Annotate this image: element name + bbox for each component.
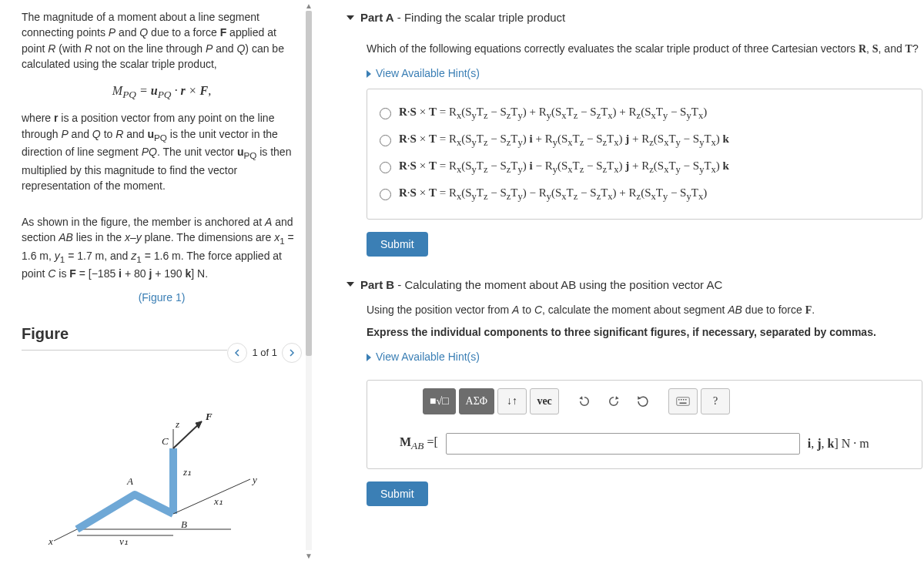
problem-paragraph-2: where r is a position vector from any po… (22, 110, 302, 193)
keyboard-icon (676, 394, 690, 408)
part-a-collapse-toggle[interactable] (346, 15, 354, 20)
toolbar-redo-button[interactable] (601, 388, 627, 414)
reset-icon (636, 394, 650, 408)
part-a-hints-toggle[interactable]: View Available Hint(s) (367, 62, 480, 89)
option-4-label: R·S × T = Rx(SyTz − SzTy) − Ry(SxTz − Sz… (399, 186, 707, 203)
answer-input[interactable] (446, 433, 800, 455)
toolbar-template-button[interactable]: ■√□ (423, 388, 456, 414)
undo-icon (578, 394, 591, 408)
svg-rect-24 (683, 399, 685, 401)
svg-text:z: z (175, 418, 179, 430)
option-4[interactable]: R·S × T = Rx(SyTz − SzTy) − Ry(SxTz − Sz… (380, 181, 909, 208)
scroll-up-icon[interactable]: ▲ (303, 0, 314, 11)
figure-next-button[interactable] (282, 343, 302, 363)
option-1-label: R·S × T = Rx(SyTz − SzTy) + Ry(SxTz − Sz… (399, 106, 707, 122)
toolbar-vec-button[interactable]: vec (530, 388, 559, 414)
part-a-title: Part A - Finding the scalar triple produ… (360, 11, 565, 24)
option-1-radio[interactable] (380, 108, 391, 119)
toolbar-undo-button[interactable] (571, 388, 598, 414)
figure-prev-button[interactable] (227, 343, 247, 363)
part-a-options: R·S × T = Rx(SyTz − SzTy) + Ry(SxTz − Sz… (367, 89, 922, 220)
toolbar-subsup-button[interactable]: ↓↑ (497, 388, 527, 414)
figure-link[interactable]: (Figure 1) (139, 291, 186, 304)
figure-image: A B C F x y z x₁ y₁ z₁ (22, 369, 302, 567)
svg-line-6 (173, 479, 250, 514)
part-b-instruction: Express the individual components to thr… (367, 323, 924, 346)
chevron-right-icon (288, 349, 296, 357)
svg-rect-25 (685, 399, 687, 401)
svg-text:x₁: x₁ (213, 495, 223, 507)
problem-paragraph-1: The magnitude of a moment about a line s… (22, 9, 302, 72)
answer-prefix: MAB =[ (400, 435, 438, 452)
svg-text:C: C (162, 435, 169, 447)
part-a-submit-button[interactable]: Submit (367, 232, 428, 257)
hint-caret-icon (367, 70, 371, 78)
option-2-label: R·S × T = Rx(SyTz − SzTy) i + Ry(SxTz − … (399, 133, 729, 149)
option-3[interactable]: R·S × T = Rx(SyTz − SzTy) i − Ry(SxTz − … (380, 154, 909, 181)
redo-icon (607, 394, 621, 408)
svg-text:y₁: y₁ (118, 535, 128, 545)
svg-text:B: B (181, 518, 187, 530)
option-4-radio[interactable] (380, 189, 391, 200)
part-b-title: Part B - Calculating the moment about AB… (360, 278, 722, 291)
left-scrollbar[interactable]: ▲ ▼ (303, 0, 314, 561)
svg-marker-19 (615, 396, 619, 400)
scroll-down-icon[interactable]: ▼ (303, 550, 314, 561)
figure-heading: Figure (22, 325, 302, 343)
toolbar-keyboard-button[interactable] (668, 388, 698, 414)
part-b-hints-toggle[interactable]: View Available Hint(s) (367, 346, 480, 372)
svg-line-1 (54, 529, 77, 541)
option-2[interactable]: R·S × T = Rx(SyTz − SzTy) i + Ry(SxTz − … (380, 127, 909, 154)
figure-page-indicator: 1 of 1 (252, 347, 277, 358)
svg-text:A: A (126, 475, 133, 487)
svg-marker-18 (579, 396, 583, 400)
part-b-answer-box: ■√□ ΑΣΦ ↓↑ vec ? (367, 380, 922, 469)
part-a-question: Which of the following equations correct… (367, 32, 924, 62)
svg-rect-26 (680, 403, 687, 404)
toolbar-greek-button[interactable]: ΑΣΦ (459, 388, 495, 414)
toolbar-reset-button[interactable] (630, 388, 656, 414)
part-b-collapse-toggle[interactable] (346, 282, 354, 287)
formula-mpq: MPQ = uPQ · r × F, (22, 84, 302, 101)
svg-rect-21 (677, 398, 690, 406)
answer-suffix: i, j, k] N · m (808, 437, 869, 451)
option-1[interactable]: R·S × T = Rx(SyTz − SzTy) + Ry(SxTz − Sz… (380, 100, 909, 127)
problem-paragraph-3: As shown in the figure, the member is an… (22, 214, 302, 282)
svg-text:y: y (251, 474, 257, 485)
option-3-radio[interactable] (380, 162, 391, 173)
svg-rect-22 (678, 399, 680, 401)
svg-text:x: x (48, 535, 53, 545)
svg-text:F: F (205, 411, 213, 422)
hint-caret-icon (367, 354, 371, 361)
chevron-left-icon (233, 349, 241, 357)
toolbar-help-button[interactable]: ? (701, 388, 730, 414)
part-b-question: Using the position vector from A to C, c… (367, 299, 924, 324)
svg-text:z₁: z₁ (182, 466, 191, 478)
svg-rect-23 (681, 399, 682, 401)
part-b-submit-button[interactable]: Submit (367, 481, 428, 506)
option-3-label: R·S × T = Rx(SyTz − SzTy) i − Ry(SxTz − … (399, 159, 729, 176)
option-2-radio[interactable] (380, 135, 391, 146)
